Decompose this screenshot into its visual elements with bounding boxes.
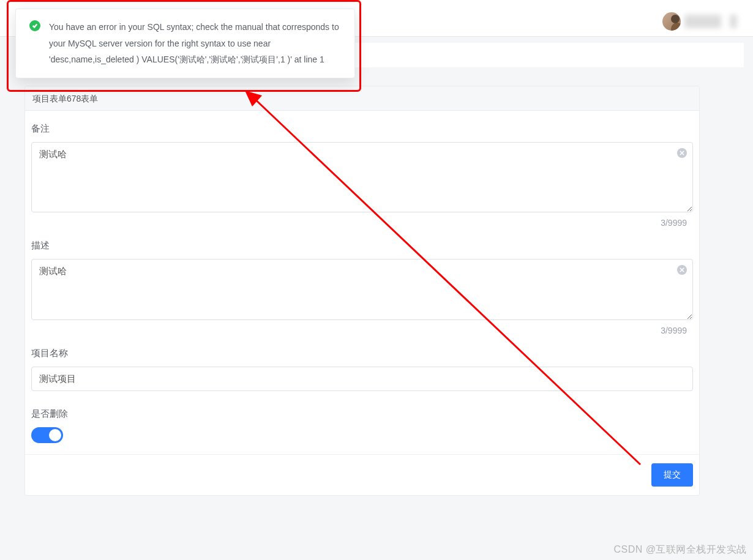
name-label: 项目名称	[31, 348, 693, 359]
name-input[interactable]	[31, 367, 693, 391]
desc-counter: 3/9999	[661, 326, 687, 335]
is-deleted-switch[interactable]	[31, 427, 63, 443]
field-name: 项目名称	[31, 348, 693, 391]
username-blur-2	[730, 15, 737, 28]
watermark: CSDN @互联网全栈开发实战	[613, 543, 747, 556]
card-footer: 提交	[25, 454, 699, 495]
avatar[interactable]	[662, 12, 681, 31]
desc-input[interactable]	[31, 259, 693, 320]
form-card: 项目表单678表单 备注 3/9999 描述 3/9999 项	[24, 86, 700, 496]
switch-knob	[49, 429, 61, 441]
username-blur	[684, 15, 721, 28]
toast-text: You have an error in your SQL syntax; ch…	[49, 22, 339, 64]
toast-message: You have an error in your SQL syntax; ch…	[15, 9, 355, 78]
desc-label: 描述	[31, 240, 693, 252]
field-remark: 备注 3/9999	[31, 123, 693, 214]
remark-input[interactable]	[31, 142, 693, 212]
remark-label: 备注	[31, 123, 693, 135]
field-is-deleted: 是否删除	[31, 408, 693, 443]
is-deleted-label: 是否删除	[31, 408, 693, 420]
card-title: 项目表单678表单	[25, 86, 699, 111]
submit-button[interactable]: 提交	[651, 463, 693, 487]
remark-counter: 3/9999	[661, 218, 687, 228]
success-icon	[29, 20, 40, 31]
clear-icon[interactable]	[677, 148, 687, 158]
clear-icon[interactable]	[677, 265, 687, 275]
field-desc: 描述 3/9999	[31, 240, 693, 322]
